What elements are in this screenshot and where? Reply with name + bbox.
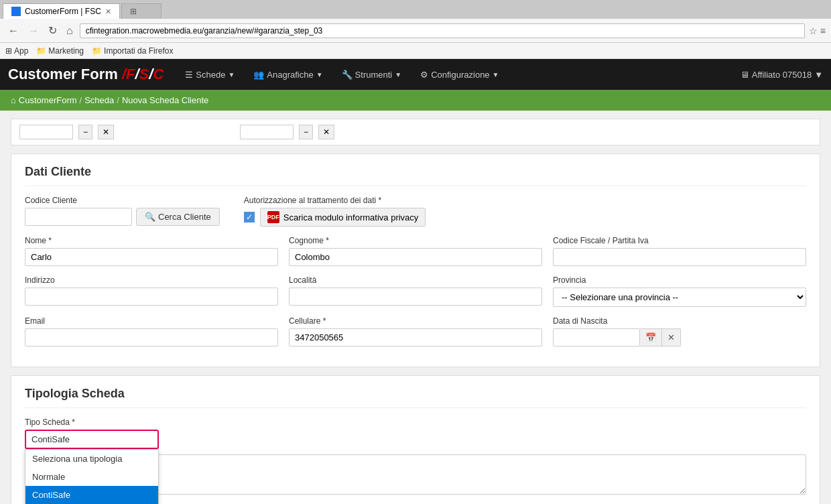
dropdown-item-normale[interactable]: Normale: [25, 468, 158, 486]
tipo-scheda-label-text: Tipo Scheda *: [25, 418, 75, 427]
partial-top-row: − ✕ − ✕: [11, 119, 820, 145]
strumenti-icon: 🔧: [342, 70, 353, 80]
scarica-privacy-label: Scarica modulo informativa privacy: [283, 212, 419, 223]
breadcrumb-scheda-link[interactable]: Scheda: [84, 95, 114, 105]
reload-button[interactable]: ↻: [46, 23, 60, 38]
pdf-icon: PDF: [267, 211, 279, 223]
nav-configurazione[interactable]: ⚙ Configurazione ▼: [412, 64, 507, 85]
bookmark-apps[interactable]: ⊞ App: [5, 46, 28, 56]
browser-action-buttons: ☆ ≡: [809, 25, 826, 36]
email-input[interactable]: [25, 328, 278, 346]
app-navbar: Customer Form /F/S/C ☰ Schede ▼ 👥 Anagra…: [0, 59, 831, 90]
cognome-group: Cognome *: [289, 236, 542, 266]
configurazione-label: Configurazione: [431, 70, 489, 80]
email-group: Email: [25, 316, 278, 346]
address-bar[interactable]: [80, 23, 805, 38]
nav-schede[interactable]: ☰ Schede ▼: [177, 64, 243, 85]
codice-fiscale-label: Codice Fiscale / Partita Iva: [553, 236, 806, 245]
configurazione-caret: ▼: [493, 71, 499, 78]
codice-fiscale-input[interactable]: [553, 248, 806, 266]
codice-cliente-group: Codice Cliente 🔍 Cerca Cliente: [25, 196, 220, 226]
forward-button[interactable]: →: [25, 23, 42, 38]
partial-x-btn[interactable]: ✕: [98, 125, 114, 139]
cognome-input[interactable]: [289, 248, 542, 266]
partial-minus-btn[interactable]: −: [78, 125, 92, 139]
autorizzazione-group: Autorizzazione al trattamento dei dati *…: [244, 196, 426, 227]
apps-icon: ⊞: [5, 46, 12, 56]
dropdown-item-contisafe[interactable]: ContiSafe: [25, 486, 158, 504]
schede-icon: ☰: [185, 70, 193, 80]
indirizzo-input[interactable]: [25, 288, 278, 306]
partial-minus-btn2[interactable]: −: [299, 125, 313, 139]
strumenti-caret: ▼: [395, 71, 401, 78]
email-cellulare-dob-row: Email Cellulare * Data di Nascita 📅 ✕: [25, 316, 806, 346]
provincia-select[interactable]: -- Selezionare una provincia --: [553, 288, 806, 307]
localita-input[interactable]: [289, 288, 542, 306]
partial-input-2[interactable]: [240, 125, 294, 139]
bookmark-marketing[interactable]: 📁 Marketing: [36, 46, 84, 56]
breadcrumb-sep2: /: [117, 95, 119, 105]
new-tab-icon: ⊞: [130, 7, 137, 16]
nav-anagrafiche[interactable]: 👥 Anagrafiche ▼: [245, 64, 330, 85]
bookmark-star-icon[interactable]: ☆: [809, 25, 818, 36]
folder-icon-marketing: 📁: [36, 46, 46, 56]
nome-label: Nome *: [25, 236, 278, 245]
cerca-cliente-button[interactable]: 🔍 Cerca Cliente: [136, 208, 220, 226]
bookmarks-bar: ⊞ App 📁 Marketing 📁 Importati da Firefox: [0, 43, 831, 59]
cellulare-input[interactable]: [289, 328, 542, 346]
provincia-label: Provincia: [553, 275, 806, 285]
partial-x-btn2[interactable]: ✕: [318, 125, 334, 139]
nav-strumenti[interactable]: 🔧 Strumenti ▼: [334, 64, 410, 85]
affiliato-icon: 🖥: [741, 70, 749, 80]
tab-favicon: [11, 7, 21, 16]
tipologia-scheda-title: Tipologia Scheda: [25, 387, 806, 408]
breadcrumb: ⌂ CustomerForm / Scheda / Nuova Scheda C…: [0, 90, 831, 111]
autorizzazione-label: Autorizzazione al trattamento dei dati *: [244, 196, 426, 205]
partial-input-1[interactable]: [19, 125, 73, 139]
privacy-checkbox[interactable]: ✓: [244, 212, 255, 223]
nome-input[interactable]: [25, 248, 278, 266]
indirizzo-group: Indirizzo: [25, 275, 278, 306]
home-button[interactable]: ⌂: [64, 23, 76, 38]
dropdown-menu: Seleziona una tipologia Normale ContiSaf…: [25, 449, 159, 504]
cerca-cliente-label: Cerca Cliente: [158, 212, 211, 222]
nav-affiliato[interactable]: 🖥 Affiliato 075018 ▼: [741, 70, 823, 80]
privacy-row: ✓ PDF Scarica modulo informativa privacy: [244, 208, 426, 227]
cellulare-group: Cellulare *: [289, 316, 542, 346]
affiliato-caret: ▼: [814, 70, 823, 80]
dati-cliente-section: Dati Cliente Codice Cliente 🔍 Cerca Clie…: [11, 153, 820, 367]
codice-fiscale-group: Codice Fiscale / Partita Iva: [553, 236, 806, 266]
back-button[interactable]: ←: [5, 23, 21, 38]
tab-close-icon[interactable]: ✕: [105, 7, 111, 16]
dropdown-item-seleziona[interactable]: Seleziona una tipologia: [25, 450, 158, 468]
tipologia-scheda-section: Tipologia Scheda Tipo Scheda * Seleziona…: [11, 375, 820, 504]
anagrafiche-caret: ▼: [316, 71, 323, 78]
breadcrumb-home-icon: ⌂: [11, 95, 16, 105]
active-tab[interactable]: CustomerForm | FSC ✕: [3, 3, 120, 19]
calendar-icon[interactable]: 📅: [640, 328, 662, 346]
brand-c: C: [153, 66, 164, 82]
scarica-privacy-button[interactable]: PDF Scarica modulo informativa privacy: [260, 208, 426, 227]
date-input-group: 📅 ✕: [553, 328, 806, 346]
tipo-scheda-dropdown[interactable]: Seleziona una tipologia Normale ContiSaf…: [25, 430, 159, 449]
browser-menu-icon[interactable]: ≡: [820, 25, 826, 36]
codice-cliente-input[interactable]: [25, 208, 132, 226]
app-brand: Customer Form /F/S/C: [8, 66, 164, 83]
nav-menu: ☰ Schede ▼ 👥 Anagrafiche ▼ 🔧 Strumenti ▼…: [177, 64, 740, 85]
new-tab-button[interactable]: ⊞: [121, 3, 162, 19]
email-label: Email: [25, 316, 278, 326]
codice-cliente-label: Codice Cliente: [25, 196, 220, 205]
tab-title: CustomerForm | FSC: [25, 7, 101, 16]
brand-highlight: /F: [122, 66, 135, 82]
breadcrumb-current: Nuova Scheda Cliente: [122, 95, 208, 105]
tipo-scheda-label: Tipo Scheda *: [25, 418, 806, 427]
data-nascita-input[interactable]: [553, 328, 640, 346]
date-clear-button[interactable]: ✕: [662, 328, 681, 346]
bookmark-importati[interactable]: 📁 Importati da Firefox: [92, 46, 173, 56]
breadcrumb-home-link[interactable]: CustomerForm: [19, 95, 77, 105]
tipo-scheda-select[interactable]: Seleziona una tipologia Normale ContiSaf…: [25, 430, 159, 449]
nome-cognome-cf-row: Nome * Cognome * Codice Fiscale / Partit…: [25, 236, 806, 266]
marketing-label: Marketing: [48, 46, 84, 56]
anagrafiche-icon: 👥: [253, 70, 264, 80]
browser-toolbar: ← → ↻ ⌂ ☆ ≡: [0, 19, 831, 43]
